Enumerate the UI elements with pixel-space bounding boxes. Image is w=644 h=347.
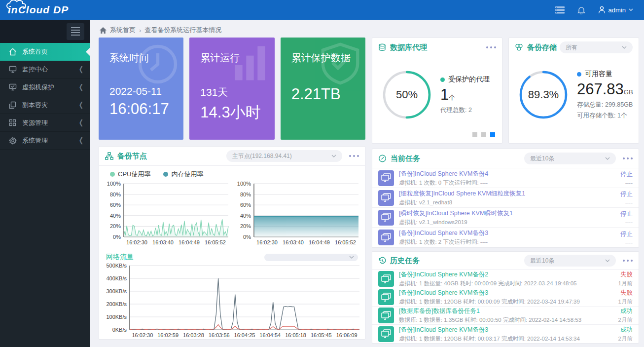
svg-text:16:02:30: 16:02:30: [126, 239, 147, 245]
collapse-chevron: ❮: [79, 101, 83, 109]
memory-usage-chart: 0%20%40%60%80%100%16:02:3016:03:4016:04:…: [232, 180, 362, 247]
chevron-down-icon: [349, 256, 354, 259]
svg-text:20%: 20%: [240, 223, 250, 229]
history-row: [备份]InCloud Sphere KVM备份2虚拟机: 1 数据量: 40G…: [372, 270, 639, 288]
task-status: 成功: [588, 326, 633, 334]
bell-icon[interactable]: [577, 6, 585, 14]
sidebar-item-vm-protect[interactable]: 虚拟机保护 ❮: [0, 78, 90, 96]
breadcrumb-home-icon: [100, 27, 107, 34]
svg-text:16:04:49: 16:04:49: [179, 239, 200, 245]
backup-storage-panel: 备份存储 所有 89.3%: [508, 38, 639, 144]
task-title-link[interactable]: [备份]InCloud Sphere KVM备份2: [399, 270, 588, 279]
agent-percent: 50%: [380, 68, 433, 121]
node-select[interactable]: 主节点(192.168.94.41): [226, 150, 342, 162]
task-status: 失败: [588, 289, 633, 297]
task-title-link[interactable]: [备份]InCloud Sphere KVM备份3: [399, 326, 588, 334]
breadcrumb-home[interactable]: 系统首页: [110, 26, 136, 35]
panel-menu-ellipsis[interactable]: [486, 46, 496, 48]
panel-menu-ellipsis[interactable]: [623, 157, 633, 159]
task-row: [细粒度恢复]InCloud Sphere KVM细粒度恢复1虚拟机: v2.1…: [372, 188, 639, 208]
system-clock: 16:06:17: [109, 100, 174, 118]
vm-task-icon: [378, 326, 394, 342]
vm-task-icon: [378, 190, 394, 206]
agent-total: 代理总数: 2: [440, 106, 490, 115]
main-content: 系统首页 › 查看备份系统运行基本情况 系统时间 2022-05-11 16:0…: [90, 20, 644, 347]
task-status: 失败: [588, 270, 633, 279]
history-row: [备份]InCloud Sphere KVM备份3虚拟机: 1 数据量: 120…: [372, 288, 639, 307]
cloud-icon: [5, 0, 31, 10]
task-title-link[interactable]: [细粒度恢复]InCloud Sphere KVM细粒度恢复1: [399, 190, 588, 198]
nodes-icon: [105, 152, 113, 160]
task-title-link[interactable]: [备份]InCloud Sphere KVM备份3: [399, 289, 588, 297]
network-select[interactable]: [264, 254, 358, 261]
sidebar: 系统首页 监控中心 ❮ 虚拟机保护 ❮ 副本容灾 ❮ 资源管理 ❮ 系统管理 ❮: [0, 20, 90, 347]
storage-donut: 89.3%: [517, 68, 570, 121]
svg-text:16:03:56: 16:03:56: [209, 332, 230, 338]
vm-task-icon: [378, 170, 394, 186]
storage-available-count: 可用存储个数: 1个: [577, 112, 633, 120]
carousel-pagination[interactable]: [472, 132, 495, 137]
uptime-hours: 14.3小时: [200, 102, 264, 123]
storage-filter-select[interactable]: 所有: [560, 41, 633, 53]
task-status: 成功: [588, 307, 633, 315]
storage-percent: 89.3%: [517, 68, 570, 121]
breadcrumb: 系统首页 › 查看备份系统运行基本情况: [100, 24, 639, 36]
sidebar-item-system[interactable]: 系统管理 ❮: [0, 132, 90, 150]
collapse-chevron: ❮: [79, 118, 83, 127]
task-title-link[interactable]: [数据库备份]数据库备份任务1: [399, 307, 588, 315]
task-title-link[interactable]: [备份]InCloud Sphere KVM备份4: [399, 170, 588, 178]
sidebar-item-resources[interactable]: 资源管理 ❮: [0, 114, 90, 132]
sidebar-item-monitor-center[interactable]: 监控中心 ❮: [0, 61, 90, 78]
home-icon: [8, 48, 17, 56]
svg-text:60%: 60%: [240, 202, 250, 208]
server-list-icon[interactable]: [555, 6, 565, 14]
user-icon: [598, 6, 606, 14]
network-traffic-chart: 0KB/s100KB/s200KB/s300KB/s400KB/s500KB/s…: [102, 262, 364, 340]
task-stop-action[interactable]: 停止: [588, 190, 633, 198]
panel-menu-ellipsis[interactable]: [623, 260, 633, 262]
user-menu[interactable]: admin: [598, 6, 633, 14]
sidebar-item-home[interactable]: 系统首页: [0, 43, 90, 61]
svg-text:16:03:40: 16:03:40: [283, 239, 304, 245]
panel-menu-ellipsis[interactable]: [349, 155, 359, 157]
agent-donut: 50%: [380, 68, 433, 121]
database-icon: [378, 43, 386, 52]
copy-icon: [8, 101, 17, 109]
task-title-link[interactable]: [瞬时恢复]InCloud Sphere KVM瞬时恢复1: [399, 209, 588, 218]
bar-chart-icon: [227, 40, 273, 86]
vm-monitor-icon: [8, 83, 17, 91]
svg-text:0%: 0%: [113, 234, 121, 240]
svg-text:40%: 40%: [240, 213, 250, 219]
clock-icon: [134, 40, 181, 88]
storage-total: 存储总量: 299.85GB: [577, 101, 633, 109]
svg-text:16:02:30: 16:02:30: [256, 239, 278, 245]
chevron-down-icon: [605, 259, 610, 262]
vm-task-icon: [378, 230, 394, 245]
chevron-down-icon: [629, 8, 633, 11]
svg-text:100%: 100%: [237, 181, 250, 187]
task-stop-action[interactable]: 停止: [588, 210, 633, 218]
svg-text:100KB/s: 100KB/s: [106, 314, 127, 320]
collapse-chevron: ❮: [79, 65, 83, 74]
task-title-link[interactable]: [备份]InCloud Sphere KVM备份3: [399, 229, 588, 237]
history-tasks-count-select[interactable]: 最近10条: [524, 255, 616, 267]
history-icon: [378, 257, 386, 265]
vm-task-icon: [378, 289, 394, 305]
hamburger-button[interactable]: [67, 23, 84, 40]
stat-cards: 系统时间 2022-05-11 16:06:17 累计运行 131天 14.3小…: [99, 38, 365, 140]
current-tasks-count-select[interactable]: 最近10条: [524, 153, 616, 164]
breadcrumb-page: 查看备份系统运行基本情况: [144, 26, 221, 35]
svg-text:16:03:40: 16:03:40: [152, 239, 174, 245]
svg-text:16:05:52: 16:05:52: [335, 239, 356, 245]
sidebar-item-replica-dr[interactable]: 副本容灾 ❮: [0, 96, 90, 114]
history-tasks-panel: 历史任务 最近10条 [备份]InCloud Sphere KVM备份2虚拟机:…: [372, 251, 639, 344]
grid-icon: [8, 118, 17, 127]
card-protected-data: 累计保护数据 2.21TB: [281, 38, 365, 140]
task-stop-action[interactable]: 停止: [588, 230, 633, 238]
sidebar-header: [0, 20, 90, 43]
current-tasks-panel: 当前任务 最近10条 [备份]InCloud Sphere KVM备份4虚拟机:…: [372, 149, 639, 248]
task-stop-action[interactable]: 停止: [588, 170, 633, 179]
protected-total: 2.21TB: [291, 85, 356, 103]
svg-text:16:04:25: 16:04:25: [234, 332, 255, 338]
agent-legend-label: 受保护的代理: [448, 75, 490, 84]
